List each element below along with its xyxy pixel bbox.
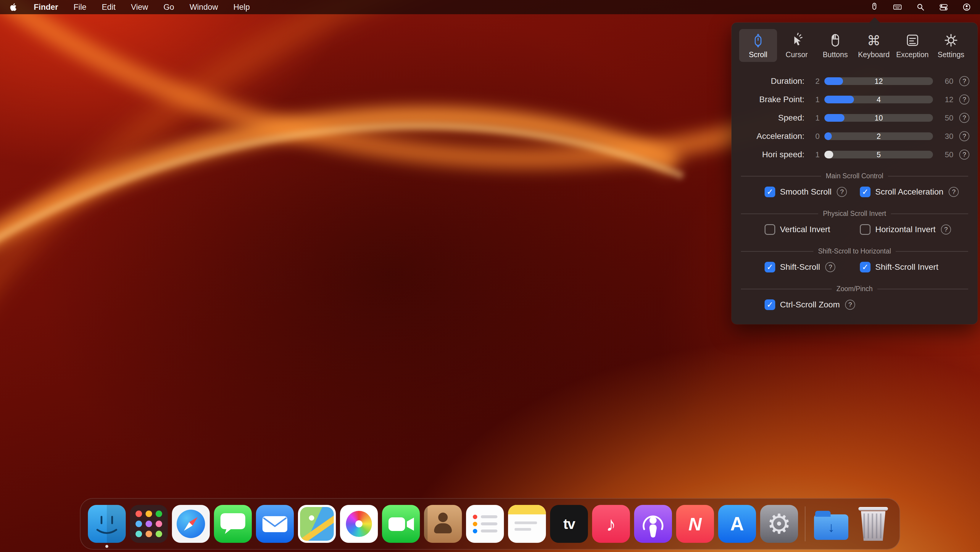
help-icon[interactable]: ?: [845, 300, 855, 310]
vertical-invert-option: Vertical Invert ?: [765, 224, 860, 235]
envelope-icon: [256, 505, 294, 543]
control-center-icon[interactable]: [939, 2, 949, 12]
duration-slider[interactable]: 12: [824, 77, 933, 85]
hori-speed-min: 1: [807, 150, 819, 160]
keyboard-viewer-icon[interactable]: [892, 2, 902, 12]
scroll-acceleration-label[interactable]: Scroll Acceleration: [875, 187, 943, 197]
dock-icon-system-settings[interactable]: ⚙: [760, 505, 798, 543]
dock-icon-downloads[interactable]: ↓: [812, 505, 850, 543]
shift-scroll-option: Shift-Scroll ?: [765, 262, 860, 273]
dock-icon-tv[interactable]: tv: [550, 505, 588, 543]
dock-icon-notes[interactable]: [508, 505, 546, 543]
active-app-name[interactable]: Finder: [34, 3, 58, 12]
menu-bar: Finder File Edit View Go Window Help: [0, 0, 980, 14]
tab-label: Keyboard: [858, 50, 890, 59]
dock-icon-safari[interactable]: [172, 505, 210, 543]
acceleration-slider[interactable]: 2: [824, 132, 933, 140]
help-icon[interactable]: ?: [959, 150, 969, 160]
smooth-scroll-checkbox[interactable]: [765, 187, 775, 197]
speed-max: 50: [937, 113, 953, 123]
tab-cursor[interactable]: Cursor: [778, 29, 816, 62]
book-spine: [424, 505, 428, 543]
tab-bar: Scroll Cursor Buttons ⌘ Keyboard: [732, 22, 978, 63]
dock-icon-reminders[interactable]: [466, 505, 504, 543]
dock-icon-contacts[interactable]: [424, 505, 462, 543]
shift-scroll-invert-label[interactable]: Shift-Scroll Invert: [875, 262, 938, 272]
shift-scroll-label[interactable]: Shift-Scroll: [780, 262, 820, 272]
section-header-main-scroll-control: Main Scroll Control: [741, 172, 968, 180]
menu-view[interactable]: View: [131, 3, 148, 12]
dock-icon-mail[interactable]: [256, 505, 294, 543]
menu-help[interactable]: Help: [234, 3, 250, 12]
help-icon[interactable]: ?: [825, 262, 835, 272]
dock-icon-music[interactable]: ♪: [592, 505, 630, 543]
duration-label: Duration:: [740, 77, 805, 86]
dock-icon-photos[interactable]: [340, 505, 378, 543]
acceleration-max: 30: [937, 132, 953, 141]
dock-icon-trash[interactable]: [854, 505, 892, 543]
help-icon[interactable]: ?: [949, 187, 959, 197]
help-icon[interactable]: ?: [941, 225, 951, 235]
help-icon[interactable]: ?: [959, 113, 969, 123]
music-note-icon: ♪: [606, 512, 616, 535]
shift-scroll-invert-option: Shift-Scroll Invert ?: [860, 262, 938, 273]
menu-window[interactable]: Window: [190, 3, 218, 12]
horizontal-invert-checkbox[interactable]: [860, 224, 870, 235]
scroll-acceleration-checkbox[interactable]: [860, 187, 870, 197]
apple-menu-icon[interactable]: [8, 2, 18, 12]
help-icon[interactable]: ?: [959, 131, 969, 141]
dock-icon-launchpad[interactable]: [130, 505, 168, 543]
help-icon[interactable]: ?: [837, 187, 847, 197]
dock-icon-messages[interactable]: [214, 505, 252, 543]
help-icon[interactable]: ?: [959, 94, 969, 105]
tab-keyboard[interactable]: ⌘ Keyboard: [855, 29, 893, 62]
dock-icon-finder[interactable]: [88, 505, 126, 543]
ctrl-scroll-zoom-checkbox[interactable]: [765, 299, 775, 310]
shift-scroll-row: Shift-Scroll ? Shift-Scroll Invert ?: [740, 258, 969, 277]
smooth-scroll-label[interactable]: Smooth Scroll: [780, 187, 832, 197]
dock-icon-news[interactable]: N: [676, 505, 714, 543]
duration-slider-row: Duration: 2 12 60 ?: [740, 72, 969, 90]
mos-preferences-panel: Scroll Cursor Buttons ⌘ Keyboard: [732, 22, 978, 324]
divider-line: [741, 176, 821, 177]
gear-icon: ⚙: [767, 508, 791, 540]
tab-buttons[interactable]: Buttons: [816, 29, 854, 62]
ctrl-scroll-zoom-label[interactable]: Ctrl-Scroll Zoom: [780, 300, 840, 310]
speed-slider[interactable]: 10: [824, 114, 933, 122]
spotlight-search-icon[interactable]: [915, 2, 926, 12]
vertical-invert-label[interactable]: Vertical Invert: [780, 225, 830, 234]
shift-scroll-checkbox[interactable]: [765, 262, 775, 273]
finder-face-icon: [88, 505, 126, 543]
tab-scroll[interactable]: Scroll: [739, 29, 777, 62]
shift-scroll-invert-checkbox[interactable]: [860, 262, 870, 273]
trash-basket-icon: [860, 511, 886, 541]
tv-logo: tv: [563, 516, 575, 532]
vertical-invert-checkbox[interactable]: [765, 224, 775, 235]
tab-settings[interactable]: Settings: [932, 29, 970, 62]
dock-separator: [805, 506, 805, 541]
zoom-pinch-row: Ctrl-Scroll Zoom ?: [740, 295, 969, 314]
duration-max: 60: [937, 77, 953, 86]
speech-bubble-icon: [214, 505, 252, 543]
menu-go[interactable]: Go: [164, 3, 174, 12]
horizontal-invert-label[interactable]: Horizontal Invert: [875, 225, 935, 234]
dock-icon-app-store[interactable]: A: [718, 505, 756, 543]
dock-icon-facetime[interactable]: [382, 505, 420, 543]
dock-icon-maps[interactable]: [298, 505, 336, 543]
hori-speed-slider-row: Hori speed: 1 5 50 ?: [740, 145, 969, 164]
menu-file[interactable]: File: [74, 3, 87, 12]
map-graphic: [300, 507, 334, 541]
hori-speed-slider[interactable]: 5: [824, 151, 933, 158]
mos-mouse-icon[interactable]: [869, 2, 880, 12]
help-icon[interactable]: ?: [959, 76, 969, 86]
divider-line: [741, 251, 813, 252]
speed-slider-row: Speed: 1 10 50 ?: [740, 108, 969, 127]
tab-exception[interactable]: Exception: [894, 29, 931, 62]
mouse-buttons-icon: [827, 33, 843, 48]
brake-point-label: Brake Point:: [740, 95, 805, 104]
dock-icon-podcasts[interactable]: [634, 505, 672, 543]
menu-edit[interactable]: Edit: [102, 3, 116, 12]
user-circle-icon[interactable]: [962, 2, 972, 12]
command-key-icon: ⌘: [866, 33, 881, 48]
brake-point-slider[interactable]: 4: [824, 96, 933, 103]
